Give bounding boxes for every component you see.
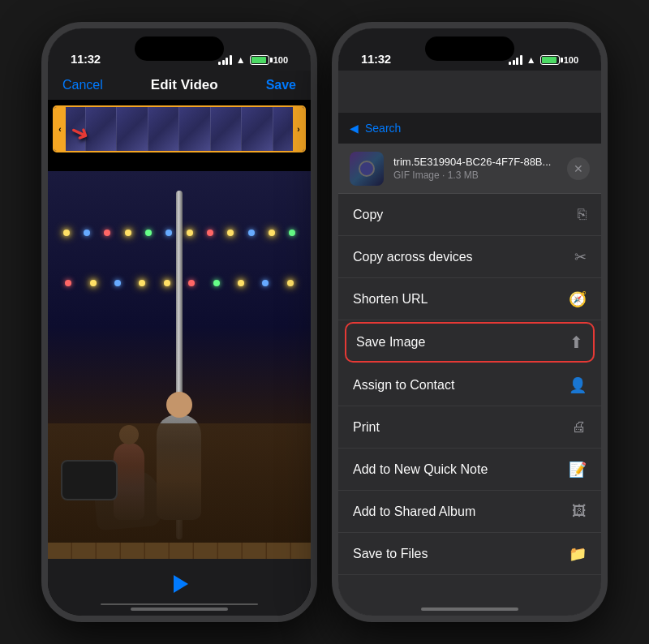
status-icons-right: ▲ 100 <box>509 54 578 66</box>
phones-container: 11:32 ▲ 100 Cancel Edit Video <box>41 22 608 622</box>
menu-item-save-files[interactable]: Save to Files 📁 <box>338 533 601 575</box>
time-right: 11:32 <box>361 52 391 66</box>
timeline-frame-6 <box>211 107 243 151</box>
light-3 <box>104 230 110 236</box>
quick-note-icon: 📝 <box>569 461 587 479</box>
menu-item-save-image[interactable]: Save Image ⬆ <box>345 322 595 363</box>
file-info: trim.5E319904-BC26-4F7F-88B... GIF Image… <box>393 156 557 181</box>
battery-label-left: 100 <box>273 55 288 65</box>
file-thumbnail <box>350 152 384 186</box>
light-16 <box>139 280 145 286</box>
phone2-content: ◀ Search trim.5E319904-BC26-4F7F-88B... … <box>338 71 601 616</box>
battery-icon-left <box>250 55 269 65</box>
menu-item-assign-contact-label: Assign to Contact <box>353 378 569 393</box>
light-15 <box>114 280 121 286</box>
light-10 <box>248 230 255 236</box>
cancel-button[interactable]: Cancel <box>62 78 103 92</box>
light-12 <box>289 230 295 236</box>
wifi-icon-right: ▲ <box>527 54 536 66</box>
menu-item-shorten-url-label: Shorten URL <box>353 292 569 307</box>
phone-right: 11:32 ▲ 100 ◀ Search <box>332 22 608 622</box>
light-5 <box>145 230 152 236</box>
close-icon: ✕ <box>574 162 583 175</box>
print-icon: 🖨 <box>572 419 587 436</box>
file-name: trim.5E319904-BC26-4F7F-88B... <box>393 156 557 168</box>
save-button[interactable]: Save <box>266 78 296 92</box>
light-6 <box>165 230 172 236</box>
menu-item-copy[interactable]: Copy ⎘ <box>338 194 601 236</box>
save-image-icon: ⬆ <box>569 333 583 352</box>
shared-album-icon: 🖼 <box>572 503 587 520</box>
right-handle-arrow: › <box>297 125 299 134</box>
light-14 <box>90 280 97 286</box>
play-icon <box>174 575 188 593</box>
timeline-frame-4 <box>148 107 180 151</box>
timeline-handle-right[interactable]: › <box>293 105 304 152</box>
copy-icon: ⎘ <box>578 206 587 223</box>
time-left: 11:32 <box>71 52 101 66</box>
phone-left: 11:32 ▲ 100 Cancel Edit Video <box>41 22 317 622</box>
copy-across-icon: ✂ <box>574 248 587 266</box>
light-13 <box>65 280 71 286</box>
assign-contact-icon: 👤 <box>569 376 587 394</box>
menu-item-copy-across[interactable]: Copy across devices ✂ <box>338 236 601 278</box>
progress-line[interactable] <box>101 603 258 605</box>
back-arrow: ◀ <box>350 122 359 135</box>
menu-item-save-image-label: Save Image <box>356 335 569 350</box>
menu-item-quick-note-label: Add to New Quick Note <box>353 462 569 477</box>
carousel-scene <box>48 171 311 559</box>
left-handle-arrow: ‹ <box>58 125 61 134</box>
light-19 <box>213 280 220 286</box>
light-20 <box>238 280 244 286</box>
light-11 <box>269 230 275 236</box>
menu-item-print[interactable]: Print 🖨 <box>338 406 601 449</box>
dynamic-island-right <box>425 36 514 61</box>
shorten-url-icon: 🧭 <box>569 290 587 308</box>
camera-equipment <box>61 460 118 500</box>
timeline-container: ‹ › ➜ <box>48 100 311 158</box>
menu-item-assign-contact[interactable]: Assign to Contact 👤 <box>338 364 601 406</box>
timeline-frame-7 <box>242 107 273 151</box>
search-nav: ◀ Search <box>338 113 601 144</box>
menu-item-quick-note[interactable]: Add to New Quick Note 📝 <box>338 449 601 491</box>
menu-item-shared-album-label: Add to Shared Album <box>353 504 572 519</box>
file-header: trim.5E319904-BC26-4F7F-88B... GIF Image… <box>338 144 601 194</box>
light-2 <box>84 230 90 236</box>
dynamic-island-left <box>135 36 224 61</box>
floor-planks <box>48 543 311 559</box>
lights-row-mid <box>48 280 311 296</box>
lights-row-top <box>48 230 311 246</box>
light-1 <box>63 230 70 236</box>
light-21 <box>262 280 269 286</box>
search-nav-label[interactable]: Search <box>365 122 401 135</box>
battery-label-right: 100 <box>564 55 578 65</box>
status-icons-left: ▲ 100 <box>218 54 288 66</box>
video-area <box>48 171 311 559</box>
menu-item-copy-across-label: Copy across devices <box>353 250 574 264</box>
light-17 <box>164 280 170 286</box>
menu-item-copy-label: Copy <box>353 208 578 222</box>
timeline-frame-5 <box>179 107 211 151</box>
phone1-content: Cancel Edit Video Save ‹ <box>48 71 311 616</box>
menu-item-print-label: Print <box>353 420 572 435</box>
menu-item-save-files-label: Save to Files <box>353 547 569 561</box>
menu-list: Copy ⎘ Copy across devices ✂ Shorten URL… <box>338 194 601 575</box>
timeline-frame-3 <box>117 107 148 151</box>
nav-title: Edit Video <box>151 77 218 93</box>
light-9 <box>227 230 234 236</box>
light-8 <box>207 230 213 236</box>
menu-item-shared-album[interactable]: Add to Shared Album 🖼 <box>338 491 601 533</box>
light-18 <box>188 280 195 286</box>
home-indicator-right <box>421 608 518 611</box>
home-indicator-left <box>131 608 228 611</box>
light-7 <box>187 230 193 236</box>
close-button[interactable]: ✕ <box>567 157 590 180</box>
nav-bar: Cancel Edit Video Save <box>48 71 311 100</box>
save-files-icon: 📁 <box>569 545 587 563</box>
menu-item-shorten-url[interactable]: Shorten URL 🧭 <box>338 278 601 320</box>
play-button[interactable] <box>165 569 194 599</box>
file-meta: GIF Image · 1.3 MB <box>393 170 557 181</box>
timeline-handle-left[interactable]: ‹ <box>54 105 66 152</box>
battery-icon-right <box>540 55 560 65</box>
light-4 <box>125 230 131 236</box>
